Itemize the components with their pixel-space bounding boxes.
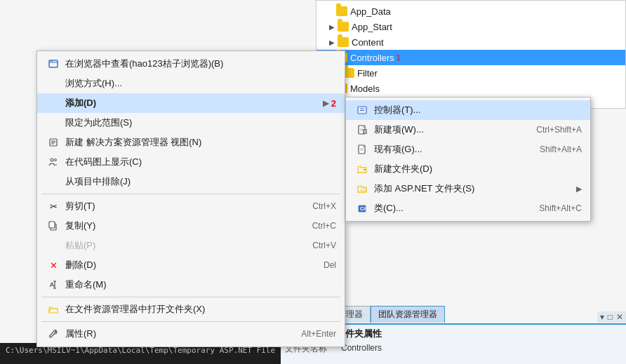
menu-item-new-folder[interactable]: 新建文件夹(D) (346, 159, 590, 179)
menu-label: 属性(R) (65, 328, 301, 340)
menu-label: 新建项(W)... (374, 123, 536, 136)
file-tree-label: App_Start (352, 22, 392, 32)
menu-item-properties[interactable]: 属性(R) Alt+Enter (37, 324, 345, 344)
file-tree-item-filter[interactable]: Filter (317, 65, 625, 81)
menu-label: 在文件资源管理器中打开文件夹(X) (65, 303, 336, 316)
marker2: 2 (331, 98, 336, 109)
menu-label: 类(C)... (374, 202, 539, 215)
properties-value: Controllers (341, 343, 382, 355)
menu-item-add[interactable]: 添加(D) ▶ 2 (37, 93, 345, 113)
file-tree-label: Models (350, 83, 380, 94)
folder-icon (336, 6, 347, 16)
file-tree-panel: App_Data ▶ App_Start ▶ Content Controlle… (316, 0, 626, 109)
panel-controls: ▾ □ ✕ (597, 311, 626, 323)
submenu-arrow-icon: ▶ (576, 184, 582, 194)
menu-label: 限定为此范围(S) (65, 116, 336, 129)
menu-item-controller[interactable]: 控制器(T)... (346, 100, 590, 120)
svg-point-2 (51, 61, 52, 62)
svg-text:C#: C# (360, 206, 366, 211)
menu-item-remove-project[interactable]: 从项目中排除(J) (37, 172, 345, 191)
arrow-icon: ▶ (329, 23, 336, 31)
submenu-arrow-icon: ▶ (323, 99, 328, 108)
delete-icon: ✕ (46, 260, 61, 271)
wrench-icon (46, 329, 61, 339)
copy-icon (46, 221, 61, 231)
class-icon: C# (354, 203, 370, 213)
menu-item-browser-view[interactable]: 在浏览器中查看(hao123桔子浏览器)(B) (37, 54, 345, 74)
menu-item-class[interactable]: C# 类(C)... Shift+Alt+C (346, 198, 590, 218)
svg-text:ASP: ASP (360, 188, 367, 192)
menu-item-limit-scope[interactable]: 限定为此范围(S) (37, 113, 345, 133)
marker1: 1 (397, 53, 401, 62)
file-tree-label: Filter (357, 68, 378, 79)
menu-label: 在浏览器中查看(hao123桔子浏览器)(B) (65, 58, 336, 70)
shortcut-label: Ctrl+Shift+A (536, 125, 582, 135)
file-tree-label: Content (352, 37, 384, 48)
separator3 (41, 321, 340, 322)
file-tree-label: Controllers (350, 53, 394, 63)
shortcut-label: Shift+Alt+C (539, 203, 582, 213)
rename-icon (46, 280, 61, 290)
menu-item-aspnet-folder[interactable]: ASP 添加 ASP.NET 文件夹(S) ▶ (346, 179, 590, 198)
people-icon (46, 157, 61, 167)
context-menu-sub: 控制器(T)... 新建项(W)... Ctrl+Shift+A 现有项(G).… (345, 97, 591, 222)
menu-item-rename[interactable]: 重命名(M) (37, 275, 345, 295)
menu-label: 删除(D) (65, 259, 324, 271)
file-tree-item-models[interactable]: Models (317, 81, 625, 96)
scissors-icon: ✂ (46, 201, 61, 212)
menu-item-existing-item[interactable]: 现有项(G)... Shift+Alt+A (346, 140, 590, 159)
menu-label: 添加 ASP.NET 文件夹(S) (374, 182, 576, 195)
menu-label: 复制(Y) (65, 220, 312, 232)
pin-icon[interactable]: ▾ (600, 312, 604, 322)
browser-icon (46, 59, 61, 69)
menu-item-copy[interactable]: 复制(Y) Ctrl+C (37, 216, 345, 236)
shortcut-label: Ctrl+C (312, 221, 336, 231)
menu-label: 剪切(T) (65, 200, 312, 213)
context-menu-main: 在浏览器中查看(hao123桔子浏览器)(B) 浏览方式(H)... 添加(D)… (36, 50, 345, 347)
menu-item-new-solution-view[interactable]: 新建 解决方案资源管理器 视图(N) (37, 133, 345, 152)
file-tree-item-appdata[interactable]: App_Data (317, 4, 625, 19)
shortcut-label: Shift+Alt+A (540, 144, 582, 154)
svg-point-3 (52, 61, 53, 62)
menu-item-new-item[interactable]: 新建项(W)... Ctrl+Shift+A (346, 120, 590, 140)
page-icon (354, 125, 370, 135)
menu-label: 新建 解决方案资源管理器 视图(N) (65, 136, 336, 149)
svg-rect-11 (49, 222, 55, 228)
shortcut-label: Ctrl+X (312, 201, 336, 211)
svg-point-9 (55, 159, 57, 161)
folder-icon (338, 37, 349, 47)
new-folder-icon (354, 164, 370, 174)
separator1 (41, 194, 340, 194)
aspnet-icon: ASP (354, 184, 370, 194)
menu-label: 重命名(M) (65, 278, 336, 291)
menu-label: 浏览方式(H)... (65, 77, 336, 90)
folder-icon (338, 22, 349, 32)
file-tree-item-appstart[interactable]: ▶ App_Start (317, 19, 625, 34)
menu-item-open-folder[interactable]: 在文件资源管理器中打开文件夹(X) (37, 299, 345, 319)
menu-item-code-view[interactable]: 在代码图上显示(C) (37, 152, 345, 172)
menu-item-paste[interactable]: 粘贴(P) Ctrl+V (37, 236, 345, 255)
folder-open-icon (46, 304, 61, 314)
file-tree-item-content[interactable]: ▶ Content (317, 34, 625, 50)
shortcut-label: Ctrl+V (312, 241, 336, 250)
menu-label: 粘贴(P) (65, 239, 312, 252)
menu-item-browse-mode[interactable]: 浏览方式(H)... (37, 74, 345, 93)
shortcut-label: Alt+Enter (301, 329, 336, 339)
file-tree-item-controllers[interactable]: Controllers 1 (317, 50, 625, 65)
menu-label: 新建文件夹(D) (374, 163, 582, 175)
solution-icon (46, 137, 61, 147)
close-panel-icon[interactable]: ✕ (616, 312, 623, 322)
controller-icon (354, 105, 370, 115)
existing-icon (354, 144, 370, 154)
menu-item-delete[interactable]: ✕ 删除(D) Del (37, 255, 345, 275)
arrow-icon: ▶ (329, 39, 336, 46)
separator2 (41, 297, 340, 297)
shortcut-label: Del (324, 260, 336, 270)
menu-item-cut[interactable]: ✂ 剪切(T) Ctrl+X (37, 196, 345, 216)
float-icon[interactable]: □ (608, 312, 613, 322)
menu-label: 现有项(G)... (374, 143, 540, 156)
menu-label: 在代码图上显示(C) (65, 156, 336, 168)
menu-label: 从项目中排除(J) (65, 175, 336, 188)
tab-team-explorer[interactable]: 团队资源管理器 (371, 306, 445, 323)
menu-label: 添加(D) (65, 97, 317, 109)
